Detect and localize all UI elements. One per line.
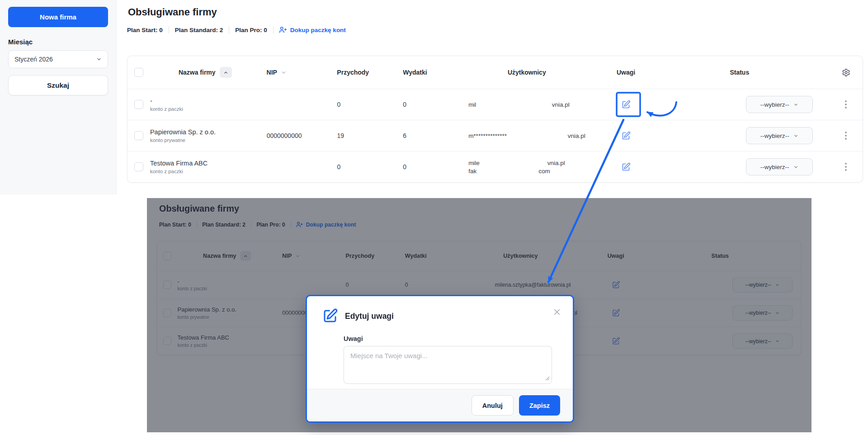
chevron-down-icon — [793, 102, 798, 107]
user-plus-icon — [279, 26, 287, 33]
companies-table: Nazwa firmy NIP Przychody Wydatki Użytko… — [127, 56, 863, 183]
col-users: Użytkownicy — [508, 69, 546, 76]
main-content: Obsługiwane firmy Plan Start: 0 Plan Sta… — [127, 0, 863, 183]
month-label: Miesiąc — [8, 38, 108, 46]
account-type: konto prywatne — [150, 137, 185, 143]
close-icon[interactable] — [551, 306, 563, 318]
notes-textarea[interactable] — [344, 346, 552, 384]
status-select[interactable]: --wybierz-- — [746, 96, 813, 113]
buy-link-label: Dokup paczkę kont — [290, 27, 346, 33]
chevron-up-icon — [223, 70, 228, 75]
col-notes: Uwagi — [617, 69, 635, 76]
select-all-checkbox[interactable] — [134, 68, 143, 77]
col-status: Status — [657, 69, 829, 76]
table-row: Testowa Firma ABC konto z paczki 0 0 mil… — [127, 151, 863, 182]
row-checkbox[interactable] — [134, 100, 143, 109]
col-nip: NIP — [267, 69, 277, 76]
edit-notes-button[interactable] — [617, 95, 636, 114]
row-checkbox[interactable] — [134, 131, 143, 140]
chevron-down-icon — [96, 57, 102, 62]
user-email-end: com — [538, 168, 585, 175]
resize-grip-icon[interactable] — [545, 374, 550, 383]
table-settings-button[interactable] — [838, 64, 854, 80]
search-button[interactable]: Szukaj — [8, 75, 108, 95]
table-header-row: Nazwa firmy NIP Przychody Wydatki Użytko… — [127, 56, 863, 89]
month-select[interactable]: Styczeń 2026 — [8, 50, 108, 68]
expenses-value: 0 — [403, 163, 406, 170]
table-row: Papierownia Sp. z o.o. konto prywatne 00… — [127, 120, 863, 151]
cancel-button[interactable]: Anuluj — [472, 395, 514, 416]
plan-start: Plan Start: 0 — [127, 27, 163, 33]
divider — [229, 26, 229, 33]
new-company-button[interactable]: Nowa firma — [8, 7, 108, 27]
user-email-start: mile — [468, 160, 480, 166]
plan-summary: Plan Start: 0 Plan Standard: 2 Plan Pro:… — [127, 25, 863, 34]
company-name: Papierownia Sp. z o.o. — [150, 128, 216, 136]
chevron-down-icon — [793, 165, 798, 170]
status-select[interactable]: --wybierz-- — [746, 158, 813, 175]
sort-name-button[interactable] — [220, 67, 232, 78]
row-menu-button[interactable] — [841, 97, 850, 112]
notes-label: Uwagi — [344, 335, 552, 342]
col-name: Nazwa firmy — [179, 69, 216, 76]
expenses-value: 6 — [403, 132, 406, 139]
user-email-end: vnia.pl — [547, 160, 585, 166]
chevron-down-icon[interactable] — [281, 70, 287, 76]
status-select-value: --wybierz-- — [760, 164, 789, 170]
chevron-down-icon — [793, 133, 798, 138]
row-menu-button[interactable] — [841, 159, 850, 175]
account-type: konto z paczki — [150, 106, 183, 112]
edit-pencil-icon — [322, 308, 338, 324]
user-email-start: m************** — [468, 132, 507, 139]
gear-icon — [842, 68, 850, 77]
row-menu-button[interactable] — [841, 128, 850, 143]
divider — [273, 26, 274, 33]
divider — [169, 26, 169, 33]
save-button[interactable]: Zapisz — [519, 395, 560, 416]
user-email-end: vnia.pl — [552, 101, 585, 108]
company-name: - — [150, 97, 152, 104]
nip-value: 0000000000 — [267, 132, 302, 139]
user-email-start: mil — [468, 101, 476, 108]
buy-account-pack-link[interactable]: Dokup paczkę kont — [279, 26, 346, 33]
col-expenses: Wydatki — [403, 69, 427, 76]
account-type: konto z paczki — [150, 169, 183, 174]
table-row: - konto z paczki 0 0 milvnia.pl --wybier… — [127, 89, 863, 120]
edit-notes-modal: Edytuj uwagi Uwagi Anuluj Zapisz — [306, 295, 574, 423]
company-name: Testowa Firma ABC — [150, 160, 208, 167]
edit-notes-button[interactable] — [617, 157, 636, 176]
col-revenue: Przychody — [337, 69, 369, 76]
edit-notes-button[interactable] — [617, 126, 636, 145]
modal-footer: Anuluj Zapisz — [307, 389, 573, 421]
status-select-value: --wybierz-- — [760, 132, 789, 139]
modal-title: Edytuj uwagi — [345, 312, 394, 321]
edit-pencil-icon — [621, 162, 631, 172]
page: { "colors": { "primary": "#1a66f2", "edi… — [0, 0, 868, 435]
revenue-value: 19 — [337, 132, 344, 139]
plan-pro: Plan Pro: 0 — [235, 27, 267, 33]
row-checkbox[interactable] — [134, 162, 143, 171]
expenses-value: 0 — [403, 101, 406, 108]
revenue-value: 0 — [337, 101, 340, 108]
status-select[interactable]: --wybierz-- — [746, 127, 813, 144]
month-select-value: Styczeń 2026 — [14, 56, 53, 63]
edit-pencil-icon — [621, 131, 631, 141]
user-email-end: vnia.pl — [568, 132, 585, 139]
plan-standard: Plan Standard: 2 — [175, 27, 223, 33]
edit-pencil-icon — [621, 100, 631, 109]
user-email-start: fak — [468, 168, 476, 175]
modal-header: Edytuj uwagi — [307, 296, 573, 324]
sidebar: Nowa firma Miesiąc Styczeń 2026 Szukaj — [0, 0, 117, 194]
status-select-value: --wybierz-- — [760, 101, 789, 108]
page-title: Obsługiwane firmy — [128, 5, 863, 19]
revenue-value: 0 — [337, 163, 340, 170]
